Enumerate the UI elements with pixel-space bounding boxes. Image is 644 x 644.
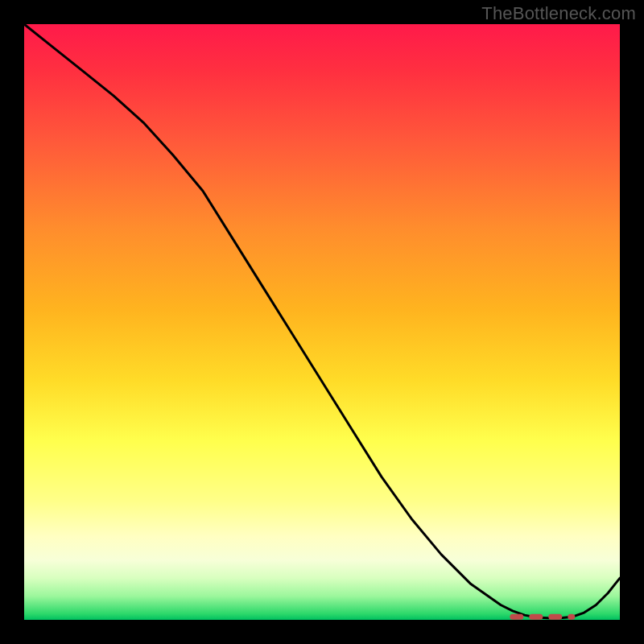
watermark-text: TheBottleneck.com bbox=[481, 3, 636, 24]
plot-area bbox=[24, 24, 620, 620]
curve-svg bbox=[24, 24, 620, 620]
chart-frame: TheBottleneck.com bbox=[0, 0, 644, 644]
bottleneck-curve bbox=[24, 24, 620, 618]
